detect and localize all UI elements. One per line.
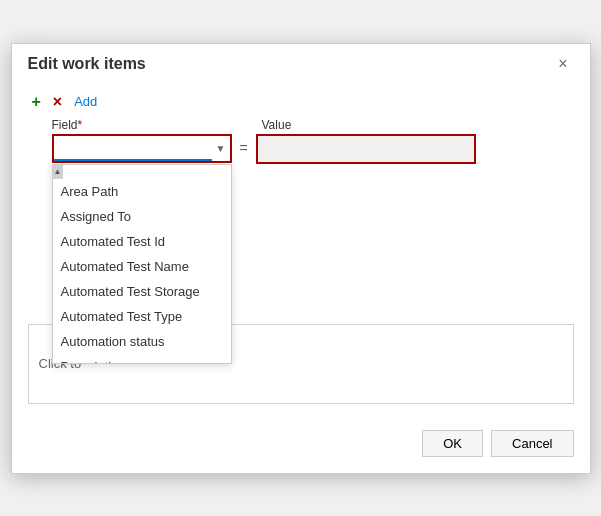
field-dropdown-list: ▲ Area Path Assigned To Automated Test I…	[52, 164, 232, 364]
edit-work-items-dialog: Edit work items × + × Add Field* Value ▼	[11, 43, 591, 474]
add-icon-button[interactable]: +	[28, 92, 45, 112]
column-headers: Field* Value	[28, 118, 574, 132]
value-column-header: Value	[240, 118, 292, 132]
dropdown-items-container: Area Path Assigned To Automated Test Id …	[53, 179, 231, 364]
cancel-button[interactable]: Cancel	[491, 430, 573, 457]
dialog-header: Edit work items ×	[12, 44, 590, 82]
field-input-wrapper: ▼	[52, 134, 232, 163]
value-input-wrapper[interactable]	[256, 134, 476, 164]
add-link[interactable]: Add	[74, 94, 97, 109]
field-column-header: Field*	[52, 118, 232, 132]
equals-sign: =	[240, 134, 248, 156]
close-button[interactable]: ×	[552, 54, 573, 74]
dropdown-item-description[interactable]: Description	[53, 354, 231, 364]
dropdown-item-automated-test-id[interactable]: Automated Test Id	[53, 229, 231, 254]
field-value-row: ▼ ▲ Area Path Assigned To Automated Test…	[28, 134, 574, 164]
toolbar-row: + × Add	[28, 92, 574, 112]
dialog-title: Edit work items	[28, 55, 146, 73]
dropdown-item-automated-test-storage[interactable]: Automated Test Storage	[53, 279, 231, 304]
remove-icon-button[interactable]: ×	[49, 92, 66, 112]
dropdown-item-automation-status[interactable]: Automation status	[53, 329, 231, 354]
dialog-body: + × Add Field* Value ▼ ▲	[12, 82, 590, 420]
field-box: ▼ ▲ Area Path Assigned To Automated Test…	[52, 134, 232, 163]
dropdown-item-automated-test-name[interactable]: Automated Test Name	[53, 254, 231, 279]
ok-button[interactable]: OK	[422, 430, 483, 457]
dialog-footer: OK Cancel	[12, 420, 590, 473]
field-input[interactable]	[54, 136, 212, 161]
dropdown-item-assigned-to[interactable]: Assigned To	[53, 204, 231, 229]
dropdown-item-automated-test-type[interactable]: Automated Test Type	[53, 304, 231, 329]
dropdown-item-area-path[interactable]: Area Path	[53, 179, 231, 204]
scroll-up-arrow[interactable]: ▲	[53, 165, 63, 179]
dropdown-arrow-icon[interactable]: ▼	[212, 143, 230, 154]
